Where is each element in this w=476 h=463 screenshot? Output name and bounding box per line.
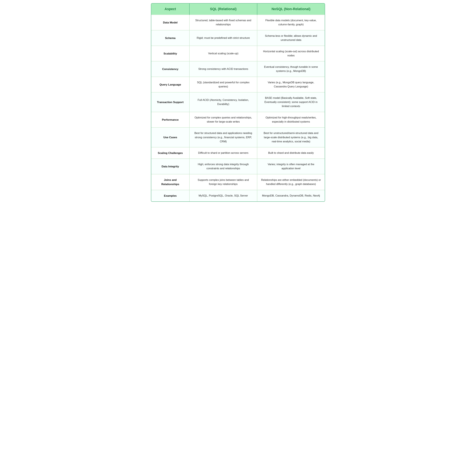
table-row: Query LanguageSQL (standardized and powe… xyxy=(151,77,325,92)
nosql-cell: Horizontal scaling (scale-out) across di… xyxy=(257,46,325,61)
sql-cell: Best for structured data and application… xyxy=(190,127,257,147)
header-row: Aspect SQL (Relational) NoSQL (Non-Relat… xyxy=(151,3,325,15)
nosql-cell: Flexible data models (document, key-valu… xyxy=(257,15,325,30)
aspect-cell: Query Language xyxy=(151,77,190,92)
aspect-cell: Performance xyxy=(151,112,190,127)
table-row: ScalabilityVertical scaling (scale-up)Ho… xyxy=(151,46,325,61)
nosql-cell: MongoDB, Cassandra, DynamoDB, Redis, Neo… xyxy=(257,190,325,201)
aspect-cell: Transaction Support xyxy=(151,92,190,112)
nosql-cell: Eventual consistency, though tunable in … xyxy=(257,61,325,77)
table-row: Scaling ChallengesDifficult to shard or … xyxy=(151,147,325,159)
nosql-cell: Varies (e.g., MongoDB query language, Ca… xyxy=(257,77,325,92)
header-aspect: Aspect xyxy=(151,3,190,15)
table-row: Joins and RelationshipsSupports complex … xyxy=(151,174,325,190)
sql-cell: Supports complex joins between tables an… xyxy=(190,174,257,190)
aspect-cell: Data Integrity xyxy=(151,159,190,174)
sql-cell: MySQL, PostgreSQL, Oracle, SQL Server xyxy=(190,190,257,201)
table-row: Transaction SupportFull ACID (Atomicity,… xyxy=(151,92,325,112)
table-row: SchemaRigid; must be predefined with str… xyxy=(151,30,325,46)
sql-cell: SQL (standardized and powerful for compl… xyxy=(190,77,257,92)
nosql-cell: Relationships are either embedded (docum… xyxy=(257,174,325,190)
table-row: Data ModelStructured, table-based with f… xyxy=(151,15,325,30)
aspect-cell: Use Cases xyxy=(151,127,190,147)
nosql-cell: Built to shard and distribute data easil… xyxy=(257,147,325,159)
aspect-cell: Schema xyxy=(151,30,190,46)
nosql-cell: BASE model (Basically Available, Soft st… xyxy=(257,92,325,112)
aspect-cell: Scalability xyxy=(151,46,190,61)
sql-cell: Difficult to shard or partition across s… xyxy=(190,147,257,159)
comparison-table: Aspect SQL (Relational) NoSQL (Non-Relat… xyxy=(151,3,325,201)
sql-cell: Optimized for complex queries and relati… xyxy=(190,112,257,127)
table-row: ExamplesMySQL, PostgreSQL, Oracle, SQL S… xyxy=(151,190,325,201)
sql-cell: Full ACID (Atomicity, Consistency, Isola… xyxy=(190,92,257,112)
aspect-cell: Joins and Relationships xyxy=(151,174,190,190)
header-nosql: NoSQL (Non-Relational) xyxy=(257,3,325,15)
aspect-cell: Scaling Challenges xyxy=(151,147,190,159)
aspect-cell: Data Model xyxy=(151,15,190,30)
sql-cell: High; enforces strong data integrity thr… xyxy=(190,159,257,174)
table-row: ConsistencyStrong consistency with ACID … xyxy=(151,61,325,77)
table-row: Data IntegrityHigh; enforces strong data… xyxy=(151,159,325,174)
header-sql: SQL (Relational) xyxy=(190,3,257,15)
nosql-cell: Optimized for high-throughput reads/writ… xyxy=(257,112,325,127)
nosql-cell: Varies; integrity is often managed at th… xyxy=(257,159,325,174)
nosql-cell: Schema-less or flexible; allows dynamic … xyxy=(257,30,325,46)
aspect-cell: Consistency xyxy=(151,61,190,77)
sql-cell: Strong consistency with ACID transaction… xyxy=(190,61,257,77)
sql-cell: Rigid; must be predefined with strict st… xyxy=(190,30,257,46)
comparison-table-container: Aspect SQL (Relational) NoSQL (Non-Relat… xyxy=(151,3,325,202)
sql-cell: Vertical scaling (scale-up) xyxy=(190,46,257,61)
sql-cell: Structured, table-based with fixed schem… xyxy=(190,15,257,30)
nosql-cell: Best for unstructured/semi-structured da… xyxy=(257,127,325,147)
table-row: PerformanceOptimized for complex queries… xyxy=(151,112,325,127)
aspect-cell: Examples xyxy=(151,190,190,201)
table-row: Use CasesBest for structured data and ap… xyxy=(151,127,325,147)
